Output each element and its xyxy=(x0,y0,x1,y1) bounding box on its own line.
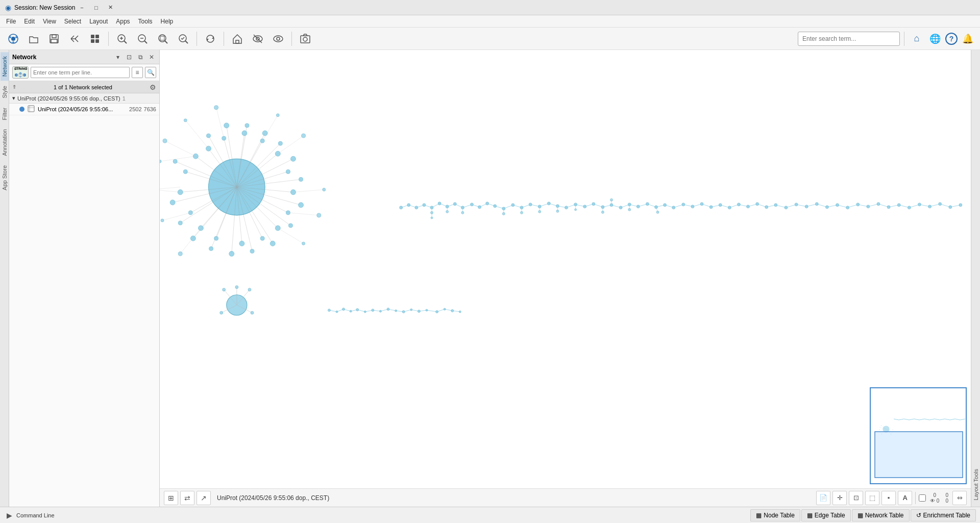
search-list-button[interactable]: ≡ xyxy=(132,67,143,78)
notifications-button[interactable]: 🔔 xyxy=(960,31,976,47)
svg-point-133 xyxy=(302,242,305,245)
svg-point-112 xyxy=(245,123,249,128)
sidebar-tab-annotation[interactable]: Annotation xyxy=(1,125,9,160)
home-web-button[interactable]: ⌂ xyxy=(909,31,925,47)
help-button[interactable]: ? xyxy=(945,33,958,45)
panel-close-button[interactable]: ✕ xyxy=(147,53,156,62)
svg-point-243 xyxy=(356,308,359,311)
apps-grid-button[interactable] xyxy=(86,30,104,48)
menu-layout[interactable]: Layout xyxy=(85,17,112,26)
network-table-icon: ▦ xyxy=(857,512,863,519)
svg-point-19 xyxy=(159,35,166,42)
home-nav-button[interactable] xyxy=(228,30,247,48)
network-web-button[interactable]: 🌐 xyxy=(927,31,943,47)
search-input[interactable] xyxy=(798,32,900,46)
zoom-slider-button[interactable]: ⇔ xyxy=(952,491,967,505)
edge-table-tab[interactable]: ▦ Edge Table xyxy=(801,509,851,521)
network-list-item[interactable]: UniProt (2024/05/26 9:55:06... 2502 7636 xyxy=(9,104,159,115)
svg-rect-45 xyxy=(160,59,971,480)
svg-rect-32 xyxy=(301,36,310,43)
menu-tools[interactable]: Tools xyxy=(134,17,157,26)
svg-point-137 xyxy=(276,114,279,117)
maximize-button[interactable]: □ xyxy=(89,3,103,13)
zoom-fit-button[interactable] xyxy=(154,30,172,48)
svg-point-250 xyxy=(410,309,412,311)
network-dot xyxy=(19,107,24,112)
pan-tool-button[interactable]: ✛ xyxy=(832,491,847,505)
network-settings-button[interactable]: ⚙ xyxy=(150,83,156,91)
show-labels-checkbox[interactable] xyxy=(919,494,926,502)
show-button[interactable] xyxy=(269,30,287,48)
panel-detach-button[interactable]: ⊡ xyxy=(125,53,134,62)
grid-view-button[interactable]: ⊞ xyxy=(164,491,178,505)
menu-apps[interactable]: Apps xyxy=(112,17,134,26)
select-edges-button[interactable]: ▪ xyxy=(881,491,896,505)
terminal-icon: ▶ xyxy=(4,510,14,520)
new-session-button[interactable] xyxy=(4,30,22,48)
import-network-button[interactable] xyxy=(65,30,84,48)
left-sidebar-tabs: Network Style Filter Annotation App Stor… xyxy=(0,50,9,507)
sidebar-tab-network[interactable]: Network xyxy=(1,52,9,81)
svg-rect-7 xyxy=(51,39,57,43)
svg-point-148 xyxy=(235,286,238,289)
node-table-tab[interactable]: ▦ Node Table xyxy=(750,509,800,521)
sidebar-tab-style[interactable]: Style xyxy=(1,82,9,102)
open-button[interactable] xyxy=(24,30,43,48)
svg-point-109 xyxy=(290,156,296,161)
close-button[interactable]: ✕ xyxy=(104,3,117,13)
export-image-button[interactable]: 📄 xyxy=(816,491,830,505)
zoom-out-button[interactable] xyxy=(133,30,152,48)
svg-point-147 xyxy=(248,288,251,291)
arrow-button[interactable]: ↗ xyxy=(197,491,211,505)
menu-file[interactable]: File xyxy=(2,17,20,26)
string-logo[interactable]: S̶T̶R̶I̶N̶G̶ xyxy=(12,66,29,79)
menu-view[interactable]: View xyxy=(39,17,60,26)
zoom-selected-button[interactable] xyxy=(174,30,192,48)
marquee-select-button[interactable]: ⬚ xyxy=(865,491,879,505)
minimize-button[interactable]: − xyxy=(75,3,88,13)
svg-point-240 xyxy=(336,311,338,313)
separator-2 xyxy=(197,32,197,46)
edge-table-label: Edge Table xyxy=(815,512,845,519)
network-group-header[interactable]: ▾ UniProt (2024/05/26 9:55:06 dop., CEST… xyxy=(9,93,159,104)
hide-button[interactable] xyxy=(249,30,267,48)
collapse-all-button[interactable]: ⇑ xyxy=(12,84,16,90)
network-search-input[interactable] xyxy=(31,67,130,78)
panel-dropdown-button[interactable]: ▾ xyxy=(113,53,122,62)
svg-point-131 xyxy=(161,219,164,222)
svg-point-249 xyxy=(402,310,405,313)
coord-y2: 0 xyxy=(945,498,948,504)
svg-point-136 xyxy=(302,134,306,138)
canvas-area[interactable]: ⊞ ⇄ ↗ UniProt (2024/05/26 9:55:06 dop., … xyxy=(160,50,971,507)
svg-line-18 xyxy=(144,41,147,43)
sidebar-tab-filter[interactable]: Filter xyxy=(1,104,9,124)
select-all-button[interactable]: ⊡ xyxy=(849,491,863,505)
svg-point-106 xyxy=(288,223,292,228)
save-button[interactable] xyxy=(45,30,63,48)
network-search-row: S̶T̶R̶I̶N̶G̶ ≡ 🔍 xyxy=(9,64,159,81)
sidebar-tab-appstore[interactable]: App Store xyxy=(1,161,9,194)
svg-point-139 xyxy=(184,119,187,122)
title-text: Session: New Session xyxy=(14,4,75,11)
svg-point-31 xyxy=(277,37,280,40)
title-bar: ◉ Session: New Session − □ ✕ xyxy=(0,0,980,15)
text-annotation-button[interactable]: A xyxy=(898,491,912,505)
share-button[interactable]: ⇄ xyxy=(180,491,194,505)
svg-point-246 xyxy=(379,310,381,312)
snapshot-button[interactable] xyxy=(296,30,314,48)
panel-float-button[interactable]: ⧉ xyxy=(136,53,145,62)
svg-point-87 xyxy=(239,241,244,246)
svg-point-135 xyxy=(323,188,326,191)
menu-help[interactable]: Help xyxy=(157,17,178,26)
network-table-tab[interactable]: ▦ Network Table xyxy=(852,509,910,521)
enrichment-table-tab[interactable]: ↺ Enrichment Table xyxy=(911,509,976,521)
menu-edit[interactable]: Edit xyxy=(20,17,39,26)
layout-tools-button[interactable]: Layout Tools xyxy=(972,465,980,505)
search-go-button[interactable]: 🔍 xyxy=(145,67,156,78)
zoom-in-button[interactable] xyxy=(113,30,131,48)
refresh-button[interactable] xyxy=(201,30,219,48)
svg-point-132 xyxy=(178,252,182,256)
svg-point-261 xyxy=(879,430,879,430)
svg-point-138 xyxy=(214,106,218,110)
menu-select[interactable]: Select xyxy=(60,17,85,26)
